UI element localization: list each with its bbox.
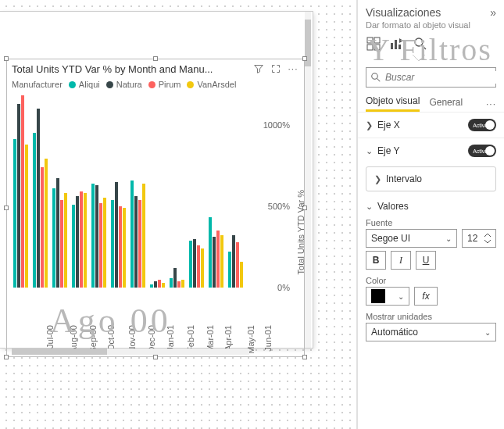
more-options-icon[interactable]: ··· — [287, 63, 299, 75]
bar[interactable] — [130, 181, 134, 288]
bar[interactable] — [111, 200, 114, 288]
bar[interactable] — [173, 268, 177, 288]
legend-item[interactable]: VanArsdel — [187, 80, 236, 89]
tab-general[interactable]: General — [429, 97, 463, 111]
subsection-intervalo[interactable]: ❯ Intervalo — [366, 166, 496, 191]
bold-button[interactable]: B — [366, 251, 386, 270]
bar[interactable] — [45, 159, 48, 288]
tab-more-icon[interactable]: ··· — [486, 98, 496, 109]
build-visual-icon[interactable] — [366, 36, 381, 52]
legend-item[interactable]: Aliqui — [69, 80, 100, 89]
bar[interactable] — [193, 239, 196, 288]
bar[interactable] — [216, 231, 220, 288]
tab-visual[interactable]: Objeto visual — [366, 95, 420, 112]
color-controls: ⌄ fx — [358, 287, 504, 309]
analytics-icon[interactable] — [413, 36, 428, 52]
eje-x-toggle[interactable]: Activado — [468, 119, 496, 131]
page-scrollbar[interactable] — [305, 12, 311, 348]
bar[interactable] — [13, 139, 16, 288]
eje-y-toggle[interactable]: Activado — [468, 145, 496, 157]
bar[interactable] — [41, 167, 44, 288]
resize-handle-bm[interactable] — [153, 355, 158, 359]
section-eje-x-header[interactable]: ❯ Eje X Activado — [358, 113, 504, 138]
bar[interactable] — [154, 281, 157, 288]
bar[interactable] — [56, 178, 59, 288]
chart-legend: Manufacturer AliquiNaturaPirumVanArsdel — [7, 78, 304, 92]
legend-item[interactable]: Pirum — [148, 80, 181, 89]
bar[interactable] — [177, 281, 181, 288]
bar[interactable] — [213, 237, 216, 288]
legend-swatch — [187, 81, 194, 88]
focus-mode-icon[interactable] — [270, 63, 282, 75]
bar[interactable] — [37, 109, 40, 288]
bar[interactable] — [52, 188, 55, 288]
chart-h-scrollbar-thumb[interactable] — [12, 349, 107, 355]
report-canvas[interactable]: Total Units YTD Var % by Month and Manu.… — [0, 0, 356, 429]
italic-button[interactable]: I — [391, 251, 411, 270]
bar[interactable] — [95, 185, 98, 288]
visual-title: Total Units YTD Var % by Month and Manu.… — [12, 63, 248, 75]
bar[interactable] — [33, 133, 36, 288]
font-controls: Segoe UI ⌄ 12 — [358, 229, 504, 251]
bar[interactable] — [91, 184, 95, 288]
bar[interactable] — [201, 248, 204, 288]
legend-item[interactable]: Natura — [106, 80, 142, 89]
bar[interactable] — [181, 280, 184, 288]
bar[interactable] — [170, 278, 173, 288]
color-fx-button[interactable]: fx — [414, 287, 438, 306]
bar[interactable] — [72, 205, 75, 288]
bar[interactable] — [220, 235, 223, 288]
bar[interactable] — [240, 262, 243, 288]
bar[interactable] — [64, 193, 67, 288]
underline-button[interactable]: U — [416, 251, 436, 270]
resize-handle-tr[interactable] — [302, 56, 307, 61]
resize-handle-tm[interactable] — [153, 56, 158, 61]
bar[interactable] — [158, 280, 161, 288]
search-input[interactable] — [384, 71, 504, 84]
bar[interactable] — [134, 196, 138, 288]
filter-icon[interactable] — [252, 63, 265, 75]
bar[interactable] — [142, 184, 145, 288]
bar[interactable] — [115, 182, 118, 288]
bar[interactable] — [103, 198, 106, 288]
bar[interactable] — [17, 104, 20, 288]
bar[interactable] — [76, 196, 79, 288]
resize-handle-br[interactable] — [302, 355, 307, 359]
svg-rect-5 — [395, 40, 397, 49]
font-family-value: Segoe UI — [371, 233, 410, 244]
subsection-label: Valores — [377, 201, 409, 212]
chart-plot-area[interactable] — [12, 92, 249, 288]
bar[interactable] — [209, 217, 212, 288]
bar[interactable] — [232, 235, 235, 288]
units-controls: Automático ⌄ — [358, 323, 504, 345]
font-family-dropdown[interactable]: Segoe UI ⌄ — [366, 229, 457, 248]
search-box[interactable] — [366, 67, 496, 88]
bar[interactable] — [25, 145, 28, 288]
bar[interactable] — [189, 241, 192, 288]
bar[interactable] — [236, 242, 239, 288]
bar[interactable] — [80, 191, 83, 288]
display-units-dropdown[interactable]: Automático ⌄ — [366, 323, 496, 341]
color-picker[interactable]: ⌄ — [366, 287, 409, 306]
bar[interactable] — [21, 95, 24, 288]
format-visual-icon[interactable] — [389, 36, 405, 52]
bar[interactable] — [228, 252, 231, 288]
bar[interactable] — [119, 206, 122, 288]
visual-container[interactable]: Total Units YTD Var % by Month and Manu.… — [6, 59, 305, 357]
bar[interactable] — [99, 203, 102, 288]
chart-h-scrollbar[interactable] — [12, 349, 249, 355]
bar[interactable] — [123, 208, 126, 288]
panel-header: Visualizaciones » — [358, 0, 504, 20]
expand-panel-icon[interactable]: » — [490, 6, 496, 19]
resize-handle-tl[interactable] — [4, 56, 9, 61]
bar[interactable] — [84, 193, 87, 288]
bar[interactable] — [60, 200, 63, 288]
x-tick-label: Oct-00 — [106, 325, 116, 351]
bar[interactable] — [138, 200, 141, 288]
subsection-valores-header[interactable]: ⌄ Valores — [358, 195, 504, 215]
font-size-stepper[interactable]: 12 — [462, 229, 496, 248]
resize-handle-bl[interactable] — [4, 355, 9, 359]
color-label: Color — [358, 273, 504, 287]
section-eje-y-header[interactable]: ⌄ Eje Y Activado — [358, 138, 504, 163]
bar[interactable] — [197, 245, 200, 288]
